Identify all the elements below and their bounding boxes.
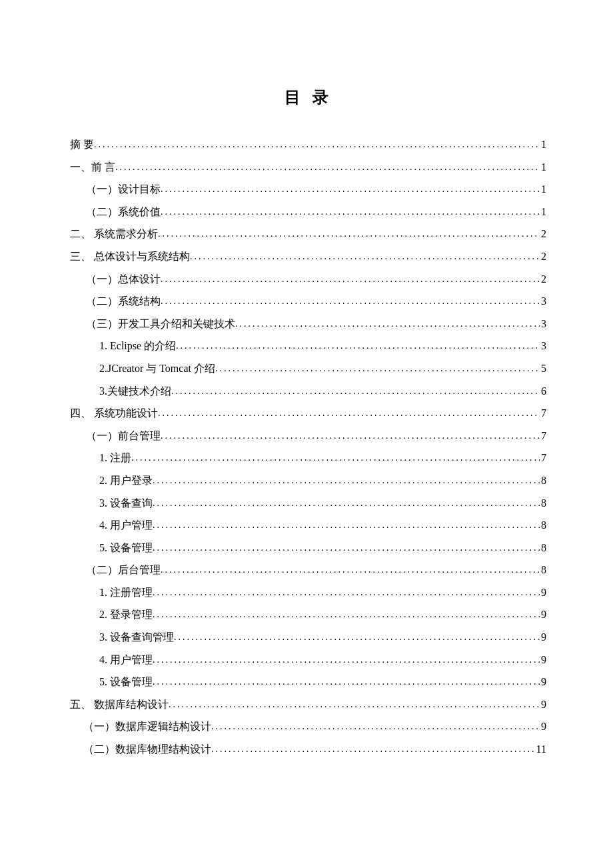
toc-entry-page: 11 (535, 738, 546, 761)
toc-entry-page: 1 (540, 201, 546, 223)
toc-entry-label: 一、前 言 (70, 156, 115, 179)
toc-entry-page: 1 (540, 156, 546, 179)
toc-entry: 摘 要1 (70, 133, 546, 156)
toc-entry-label: 5. 设备管理 (99, 671, 153, 693)
toc-entry-page: 8 (540, 514, 546, 537)
toc-dots (153, 471, 540, 490)
toc-dots (171, 381, 540, 401)
toc-entry-label: 2. 用户登录 (99, 469, 153, 492)
toc-dots (174, 627, 540, 647)
toc-entry-page: 9 (540, 603, 546, 626)
toc-dots (158, 224, 540, 243)
toc-entry-page: 9 (540, 581, 546, 604)
toc-entry: 三、 总体设计与系统结构2 (70, 245, 546, 268)
toc-entry: （一）设计目标1 (70, 178, 546, 201)
toc-entry-page: 7 (540, 425, 546, 447)
toc-dots (161, 269, 540, 289)
toc-dots (153, 583, 540, 602)
toc-entry: （一）数据库逻辑结构设计9 (70, 715, 546, 738)
toc-entry: 4. 用户管理 9 (70, 649, 546, 671)
toc-entry: 2. 登录管理 9 (70, 603, 546, 626)
toc-entry: 4. 用户管理 8 (70, 514, 546, 537)
toc-entry-page: 7 (540, 447, 546, 469)
toc-entry-label: 四、 系统功能设计 (70, 402, 158, 425)
toc-entry-page: 8 (540, 537, 546, 559)
toc-entry-page: 2 (540, 245, 546, 268)
toc-entry-page: 9 (540, 715, 546, 738)
page-container: 目 录 摘 要1一、前 言1（一）设计目标1（二）系统价值1二、 系统需求分析2… (0, 0, 613, 827)
toc-entry-label: 1. 注册 (99, 447, 131, 469)
toc-dots (153, 672, 540, 691)
toc-entry-page: 9 (540, 626, 546, 649)
toc-entry-page: 9 (540, 649, 546, 671)
toc-dots (235, 314, 540, 333)
toc-entry: （二）系统价值1 (70, 201, 546, 223)
toc-dots (211, 717, 540, 736)
toc-dots (153, 493, 540, 513)
toc-entry-label: 二、 系统需求分析 (70, 223, 158, 245)
toc-entry: 1. 注册管理 9 (70, 581, 546, 604)
toc-entry-label: （二）系统结构 (86, 290, 161, 313)
toc-entry: （一）总体设计2 (70, 268, 546, 291)
toc-entry-label: 3. 设备查询 (99, 492, 153, 515)
toc-dots (161, 291, 540, 311)
toc-entry: （二）系统结构3 (70, 290, 546, 313)
toc-entry-page: 3 (540, 313, 546, 335)
toc-entry-label: （一）数据库逻辑结构设计 (83, 715, 211, 738)
toc-entry: 五、 数据库结构设计9 (70, 693, 546, 716)
toc-entry-label: （三）开发工具介绍和关键技术 (86, 313, 235, 335)
toc-entry-label: （二）后台管理 (86, 559, 161, 581)
toc-dots (161, 179, 540, 199)
toc-entry: 1. 注册 7 (70, 447, 546, 469)
toc-entry: （二）后台管理8 (70, 559, 546, 581)
toc-entry-label: 1. 注册管理 (99, 581, 153, 604)
toc-entry: 3. 设备查询管理 9 (70, 626, 546, 649)
toc-entry-label: 3. 设备查询管理 (99, 626, 174, 649)
toc-dots (153, 515, 540, 535)
toc-dots (190, 247, 540, 266)
toc-entry: （三）开发工具介绍和关键技术3 (70, 313, 546, 335)
toc-dots (94, 135, 540, 154)
toc-dots (131, 448, 540, 467)
toc-entry-label: 4. 用户管理 (99, 514, 153, 537)
toc-title: 目 录 (70, 87, 546, 108)
toc-entry-page: 9 (540, 671, 546, 693)
toc-entry-page: 8 (540, 559, 546, 581)
toc-entry: 3.关键技术介绍 6 (70, 380, 546, 403)
toc-entry-page: 3 (540, 335, 546, 357)
toc-entry-page: 6 (540, 380, 546, 403)
toc-entry-page: 1 (540, 178, 546, 201)
toc-entry-page: 8 (540, 469, 546, 492)
toc-entry-page: 2 (540, 268, 546, 291)
toc-dots (153, 605, 540, 624)
toc-entry: 二、 系统需求分析2 (70, 223, 546, 245)
toc-entry-label: （二）系统价值 (86, 201, 161, 223)
toc-dots (153, 650, 540, 669)
toc-entry: 四、 系统功能设计7 (70, 402, 546, 425)
toc-dots (161, 560, 540, 579)
toc-entry-label: （二）数据库物理结构设计 (83, 738, 211, 761)
toc-dots (211, 739, 535, 759)
toc-list: 摘 要1一、前 言1（一）设计目标1（二）系统价值1二、 系统需求分析2三、 总… (70, 133, 546, 761)
toc-entry: 5. 设备管理 9 (70, 671, 546, 693)
toc-dots (153, 538, 540, 557)
toc-entry-label: 2.JCreator 与 Tomcat 介绍 (99, 357, 215, 380)
toc-entry-page: 2 (540, 223, 546, 245)
toc-entry-page: 5 (540, 357, 546, 380)
toc-entry-label: 1. Eclipse 的介绍 (99, 335, 176, 357)
toc-entry: 2. 用户登录 8 (70, 469, 546, 492)
toc-dots (161, 202, 540, 221)
toc-dots (158, 403, 540, 423)
toc-entry: 一、前 言1 (70, 156, 546, 179)
toc-dots (176, 336, 540, 355)
toc-entry: 1. Eclipse 的介绍 3 (70, 335, 546, 357)
toc-entry: 3. 设备查询 8 (70, 492, 546, 515)
toc-entry-label: 2. 登录管理 (99, 603, 153, 626)
toc-entry-label: 三、 总体设计与系统结构 (70, 245, 190, 268)
toc-entry-label: 4. 用户管理 (99, 649, 153, 671)
toc-entry-label: 摘 要 (70, 133, 94, 156)
toc-entry-label: （一）总体设计 (86, 268, 161, 291)
toc-entry-page: 1 (540, 133, 546, 156)
toc-dots (215, 359, 540, 378)
toc-entry: 5. 设备管理 8 (70, 537, 546, 559)
